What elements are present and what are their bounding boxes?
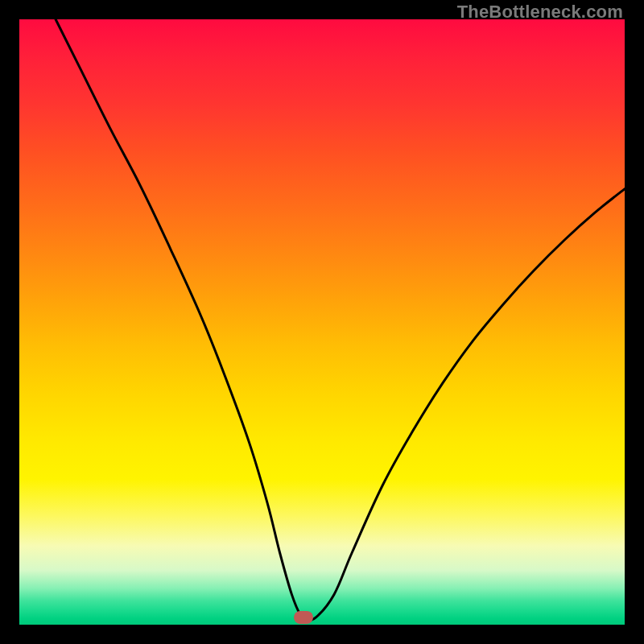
chart-frame: TheBottleneck.com xyxy=(0,0,644,644)
curve-svg xyxy=(19,19,625,625)
optimal-point-marker xyxy=(294,611,313,624)
plot-area xyxy=(19,19,625,625)
bottleneck-curve xyxy=(56,19,625,620)
